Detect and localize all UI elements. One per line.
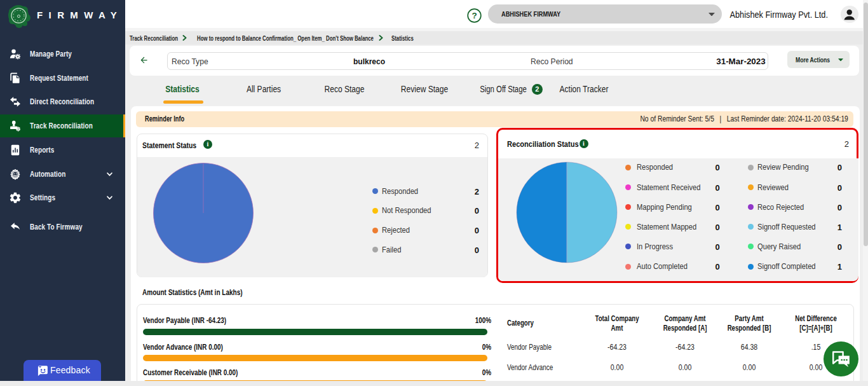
svg-text:?: ? — [471, 11, 477, 20]
